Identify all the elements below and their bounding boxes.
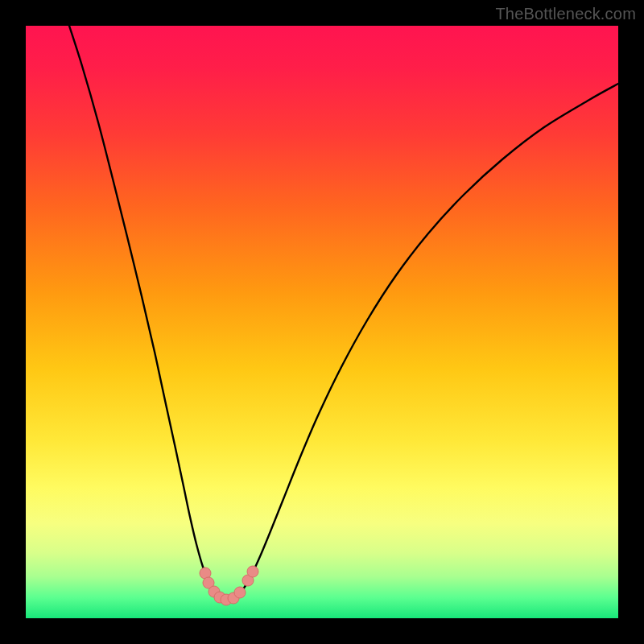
curve-markers	[200, 566, 258, 605]
curve-marker	[247, 566, 258, 577]
plot-area	[26, 26, 618, 618]
watermark-text: TheBottleneck.com	[495, 5, 636, 23]
outer-frame: TheBottleneck.com	[0, 0, 644, 644]
curve-layer	[26, 26, 618, 618]
curve-marker	[234, 587, 246, 598]
bottleneck-curve	[69, 26, 618, 601]
